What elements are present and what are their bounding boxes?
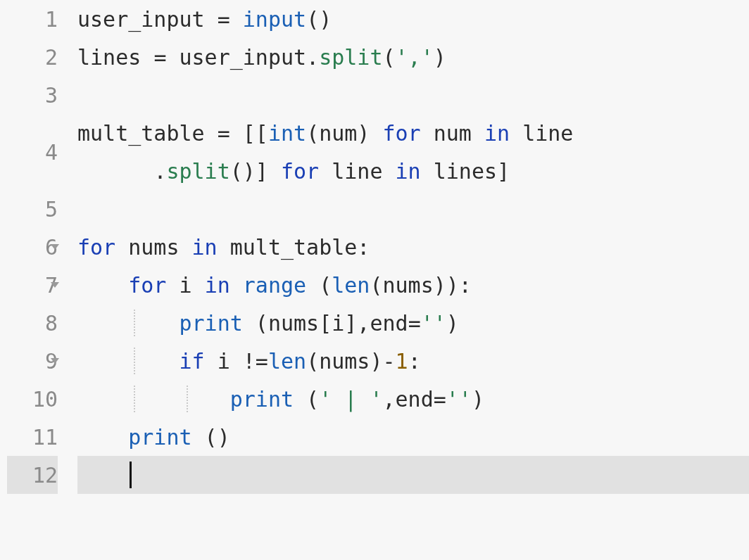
line-number: 3 <box>7 76 58 114</box>
line-number: 2 <box>7 38 58 76</box>
whitespace <box>77 463 128 488</box>
punctuation: [[ <box>230 121 268 146</box>
fold-marker-icon[interactable] <box>51 358 59 364</box>
code-line[interactable]: user_input = input () <box>77 0 749 38</box>
builtin-function: print <box>128 425 191 450</box>
code-line[interactable]: lines = user_input. split ( ',' ) <box>77 38 749 76</box>
keyword: in <box>192 235 218 260</box>
text-cursor <box>130 462 132 488</box>
identifier: (num) <box>306 121 382 146</box>
keyword: for <box>281 159 319 184</box>
fold-marker-icon[interactable] <box>51 244 59 250</box>
identifier: line <box>319 159 395 184</box>
whitespace <box>77 349 180 374</box>
method: split <box>166 159 229 184</box>
line-number: 5 <box>7 190 58 228</box>
punctuation: . <box>153 159 166 184</box>
punctuation: ( <box>383 45 396 70</box>
string-literal: '' <box>421 311 446 336</box>
whitespace <box>77 425 128 450</box>
code-editor[interactable]: 1 2 3 4 5 6 7 8 9 10 11 12 user_input = … <box>0 0 749 560</box>
code-line[interactable]: for i in range ( len (nums)): <box>77 266 749 304</box>
identifier: lines] <box>421 159 510 184</box>
code-line[interactable] <box>77 76 749 114</box>
builtin-function: len <box>268 349 306 374</box>
line-number: 11 <box>7 418 58 456</box>
identifier: user_input. <box>166 45 319 70</box>
code-line[interactable]: for nums in mult_table: <box>77 228 749 266</box>
operator: = <box>153 45 166 70</box>
code-line[interactable]: mult_table = [[ int (num) for num in lin… <box>77 114 749 190</box>
line-number: 12 <box>7 456 58 494</box>
punctuation: ( <box>294 387 319 412</box>
indent-guide <box>134 348 135 374</box>
whitespace <box>77 311 180 336</box>
identifier: user_input <box>77 7 218 32</box>
punctuation: ) <box>472 387 484 412</box>
number: 1 <box>396 349 408 374</box>
punctuation: ()] <box>230 159 281 184</box>
builtin-function: input <box>243 7 306 32</box>
line-number: 9 <box>7 342 58 380</box>
whitespace <box>77 273 128 298</box>
identifier: (nums[i],end <box>243 311 408 336</box>
keyword: in <box>396 159 421 184</box>
operator: = <box>218 121 230 146</box>
fold-marker-icon[interactable] <box>51 282 59 288</box>
code-line[interactable]: print ( ' | ' ,end = '' ) <box>77 380 749 418</box>
indent-guide <box>134 386 135 412</box>
code-line[interactable]: print (nums[i],end = '' ) <box>77 304 749 342</box>
identifier: nums <box>115 235 191 260</box>
identifier: i <box>205 349 243 374</box>
identifier: mult_table <box>77 121 218 146</box>
keyword: if <box>180 349 205 374</box>
line-number: 7 <box>7 266 58 304</box>
identifier: mult_table: <box>218 235 370 260</box>
operator: != <box>243 349 268 374</box>
builtin-function: print <box>230 387 294 412</box>
identifier: (nums)): <box>370 273 472 298</box>
whitespace <box>77 387 230 412</box>
method: split <box>319 45 382 70</box>
line-number: 8 <box>7 304 58 342</box>
builtin-function: print <box>180 311 243 336</box>
identifier: i <box>166 273 204 298</box>
whitespace <box>230 7 243 32</box>
code-line[interactable]: print () <box>77 418 749 456</box>
code-line-active[interactable] <box>77 456 749 494</box>
identifier: ,end <box>383 387 434 412</box>
keyword: in <box>484 121 510 146</box>
punctuation: : <box>408 349 421 374</box>
keyword: in <box>205 273 230 298</box>
punctuation: () <box>192 425 230 450</box>
keyword: for <box>128 273 166 298</box>
string-literal: ' | ' <box>319 387 382 412</box>
punctuation: () <box>306 7 332 32</box>
punctuation: ) <box>434 45 446 70</box>
string-literal: '' <box>446 387 472 412</box>
identifier: lines <box>77 45 153 70</box>
operator: - <box>383 349 396 374</box>
line-number: 6 <box>7 228 58 266</box>
builtin-function: range <box>243 273 306 298</box>
operator: = <box>218 7 230 32</box>
line-number: 10 <box>7 380 58 418</box>
whitespace <box>230 273 243 298</box>
identifier: num <box>421 121 484 146</box>
identifier: (nums) <box>306 349 382 374</box>
string-literal: ',' <box>396 45 434 70</box>
line-number-gutter: 1 2 3 4 5 6 7 8 9 10 11 12 <box>0 0 70 560</box>
builtin-function: int <box>268 121 306 146</box>
code-area[interactable]: user_input = input () lines = user_input… <box>70 0 749 560</box>
identifier: line <box>510 121 573 146</box>
operator: = <box>408 311 421 336</box>
code-line[interactable] <box>77 190 749 228</box>
keyword: for <box>77 235 115 260</box>
code-line[interactable]: if i != len (nums) - 1 : <box>77 342 749 380</box>
line-number: 1 <box>7 0 58 38</box>
builtin-function: len <box>332 273 370 298</box>
punctuation: ( <box>306 273 332 298</box>
keyword: for <box>383 121 421 146</box>
indent-guide <box>187 386 188 412</box>
line-number: 4 <box>7 114 58 190</box>
